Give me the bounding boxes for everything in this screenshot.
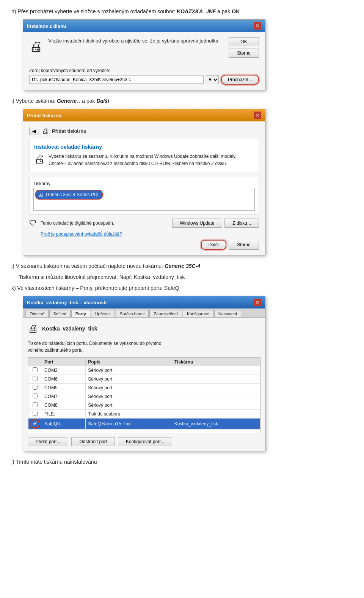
heading-k: k) Ve vlastnostech tiskárny – Porty, pře…	[11, 284, 353, 292]
dialog2-nav: ◀ 🖨 Přidat tiskárnu	[29, 127, 259, 135]
dialog1-source-input[interactable]	[29, 76, 204, 84]
table-row[interactable]: COM8: Sériový port	[28, 401, 260, 410]
dialog2-body: ◀ 🖨 Přidat tiskárnu Instalovat ovladač t…	[23, 121, 265, 255]
dialog2-next-button[interactable]: Další	[201, 240, 226, 250]
col-printer: Tiskárna	[172, 358, 260, 366]
heading-h-prefix: h)	[11, 8, 16, 14]
heading-j-text2: Tiskárnu si můžete libovolně přejmenovat…	[19, 274, 185, 280]
table-row[interactable]: FILE: Tisk do souboru	[28, 410, 260, 419]
dialog3-add-port-button[interactable]: Přidat port...	[28, 437, 68, 446]
tab-upreznit[interactable]: Upřesnit	[91, 310, 115, 317]
table-row[interactable]: COM7: Sériový port	[28, 392, 260, 401]
dialog3-body: 🖨 Kostka_vzdaleny_tisk Tiskne do následu…	[23, 318, 265, 451]
dialog2-from-disk-button[interactable]: Z disku...	[224, 219, 259, 228]
port-checkbox-com7[interactable]	[33, 393, 38, 398]
heading-l-prefix: l)	[11, 459, 14, 465]
port-com6-desc: Sériový port	[86, 375, 172, 384]
dialog2-signature-buttons: Windows Update Z disku...	[172, 219, 259, 228]
dialog1-buttons: OK Storno	[229, 37, 259, 58]
heading-h-filename: KOAZXKA_.INF	[177, 8, 216, 14]
heading-i-generic: Generic	[57, 98, 77, 104]
port-checkbox-com5[interactable]	[33, 385, 38, 390]
dialog2-close-button[interactable]: ✕	[254, 112, 261, 119]
dialog2-selected-printer: Generic 35C-4 Series PCL	[46, 192, 100, 197]
dialog2-printer-item[interactable]: 🖨 Generic 35C-4 Series PCL	[35, 190, 103, 200]
dialog1-divider	[29, 64, 259, 64]
dialog2-title: Přidat tiskárnu	[27, 113, 61, 118]
dialog2-driver-line1: Vyberte tiskárnu ze seznamu. Kliknutím n…	[49, 153, 237, 160]
tab-nastaveni[interactable]: Nastavení	[214, 310, 242, 317]
port-checkbox-com6[interactable]	[33, 376, 38, 381]
dialog3-ports-table-container: Port Popis Tiskárna COM2: Sériový port	[28, 357, 260, 433]
port-com5: COM5:	[42, 384, 86, 392]
dialog1-titlebar: Instalace z disku ✕	[23, 20, 265, 32]
port-checkbox-file[interactable]	[33, 411, 38, 416]
tab-sdileni[interactable]: Sdílení	[49, 310, 71, 317]
dialog2-title-left: Přidat tiskárnu	[27, 113, 61, 118]
dialog3-close-button[interactable]: ✕	[254, 299, 261, 306]
dialog1-ok-button[interactable]: OK	[229, 37, 259, 46]
port-com7-desc: Sériový port	[86, 392, 172, 401]
dialog3-tabs-row: Obecné Sdílení Porty Upřesnit Správa bar…	[23, 308, 265, 318]
heading-l-text: Tímto máte tiskárnu nainstalovánu	[16, 459, 97, 465]
heading-i-text: Vyberte tiskárnu:	[16, 98, 57, 104]
dialog3-configure-port-button[interactable]: Konfigurovat port...	[118, 437, 172, 446]
dialog1-source-input-row: ▼ Procházet...	[29, 75, 259, 85]
dialog3-ports-desc-line1: Tiskne do následujících portů. Dokumenty…	[28, 340, 260, 347]
dialog1-cancel-button[interactable]: Storno	[229, 49, 259, 58]
dialog1-close-button[interactable]: ✕	[254, 22, 261, 30]
port-checkbox-com8[interactable]	[33, 402, 38, 407]
port-com5-desc: Sériový port	[86, 384, 172, 392]
tab-porty[interactable]: Porty	[71, 310, 90, 317]
table-row[interactable]: COM5: Sériový port	[28, 384, 260, 392]
dialog1-source-dropdown[interactable]: ▼	[206, 75, 219, 84]
port-com8: COM8:	[42, 401, 86, 410]
tab-konfigurace[interactable]: Konfigurace	[183, 310, 213, 317]
heading-i-prefix: i)	[11, 98, 14, 104]
dialog3-titlebar: Kostka_vzdaleny_tisk – vlastnosti ✕	[23, 296, 265, 308]
dialog3-title: Kostka_vzdaleny_tisk – vlastnosti	[27, 300, 107, 305]
heading-l: l) Tímto máte tiskárnu nainstalovánu	[11, 458, 353, 466]
port-checkbox-safeq[interactable]	[33, 421, 38, 426]
dialog2-printers-section: Tiskárny 🖨 Generic 35C-4 Series PCL	[29, 177, 259, 215]
signature-icon: 🛡	[29, 219, 37, 228]
port-com6: COM6:	[42, 375, 86, 384]
dialog2-printer-list: 🖨 Generic 35C-4 Series PCL	[33, 188, 255, 211]
col-checkbox	[28, 358, 42, 366]
port-checkbox-com2[interactable]	[33, 367, 38, 372]
dialog2-cancel-button[interactable]: Storno	[229, 240, 259, 250]
tab-sprava-barev[interactable]: Správa barev	[116, 310, 149, 317]
props-printer-icon: 🖨	[28, 322, 38, 335]
heading-j: j) V seznamu tiskáren na vašem počítači …	[11, 262, 353, 270]
driver-printer-icon: 🖨	[34, 153, 45, 165]
heading-k-text: Ve vlastnostech tiskárny – Porty, překon…	[17, 285, 179, 291]
dialog1-browse-button[interactable]: Procházet...	[221, 75, 259, 85]
port-com5-printer	[172, 384, 260, 392]
dialog3-remove-port-button[interactable]: Odstranit port	[71, 437, 115, 446]
printer-nav-icon: 🖨	[42, 127, 49, 135]
port-com6-printer	[172, 375, 260, 384]
col-description: Popis	[86, 358, 172, 366]
tab-zabezpeceni[interactable]: Zabezpečení	[149, 310, 182, 317]
port-com2-desc: Sériový port	[86, 366, 172, 375]
dialog1-top-row: 🖨 Vložte instalační disk od výrobce a uj…	[29, 37, 259, 58]
dialog2-signature-link[interactable]: Proč je podepisování ovladačů důležité?	[41, 231, 122, 237]
heading-h-ok: OK	[232, 8, 240, 14]
table-row-safeq[interactable]: SafeQ0... SafeQ Konica15 Port Kostka_vzd…	[28, 419, 260, 430]
dialog2-back-button[interactable]: ◀	[29, 127, 39, 135]
tab-obecne[interactable]: Obecné	[25, 310, 49, 317]
table-row[interactable]: COM6: Sériový port	[28, 375, 260, 384]
table-row[interactable]: COM2: Sériový port	[28, 366, 260, 375]
col-port: Port	[42, 358, 86, 366]
dialog2-windows-update-button[interactable]: Windows Update	[172, 219, 223, 228]
dialog1-source-label: Zdroj kopírovaných souborů od výrobce:	[29, 68, 259, 73]
dialog3-ports-desc-line2: volného zaškrtnutého portu.	[28, 347, 260, 354]
port-com2-printer	[172, 366, 260, 375]
port-file-desc: Tisk do souboru	[86, 410, 172, 419]
heading-i: i) Vyberte tiskárnu: Generic…a pak Další	[11, 97, 353, 105]
port-com8-printer	[172, 401, 260, 410]
dialog1-source-row: Zdroj kopírovaných souborů od výrobce: ▼…	[29, 68, 259, 85]
dialog3-printer-row: 🖨 Kostka_vzdaleny_tisk	[28, 322, 260, 335]
dialog2-driver-text: Vyberte tiskárnu ze seznamu. Kliknutím n…	[49, 153, 237, 167]
dialog2-action-buttons: Další Storno	[29, 240, 259, 250]
